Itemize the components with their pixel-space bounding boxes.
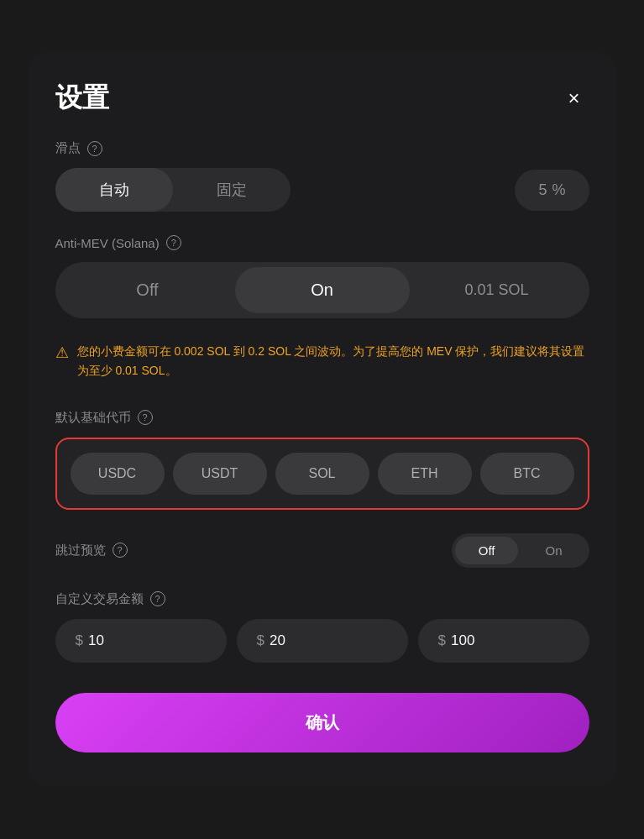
amount-value-2: 20 [270,632,285,649]
mev-warning-box: ⚠ 您的小费金额可在 0.002 SOL 到 0.2 SOL 之间波动。为了提高… [55,332,589,390]
trade-amount-label: 自定义交易金额 ? [55,591,589,607]
skip-preview-help-icon[interactable]: ? [113,543,128,558]
currency-eth-btn[interactable]: ETH [378,453,472,495]
dollar-sign-2: $ [257,632,264,649]
currency-grid: USDC USDT SOL ETH BTC [55,438,589,510]
anti-mev-help-icon[interactable]: ? [166,235,181,250]
close-button[interactable]: × [559,83,589,113]
base-currency-help-icon[interactable]: ? [138,410,153,425]
dollar-sign-1: $ [76,632,83,649]
settings-modal: 设置 × 滑点 ? 自动 固定 5 % Anti-MEV (Solana) ? … [29,53,616,786]
skip-preview-on-btn[interactable]: On [521,537,585,564]
skip-preview-off-btn[interactable]: Off [455,537,519,564]
confirm-button[interactable]: 确认 [55,693,589,752]
trade-amount-row: $ 10 $ 20 $ 100 [55,619,589,663]
amount-box-3[interactable]: $ 100 [418,619,589,663]
slippage-auto-btn[interactable]: 自动 [55,168,173,212]
slippage-label: 滑点 ? [55,140,589,156]
trade-amount-help-icon[interactable]: ? [150,591,165,606]
skip-preview-row: 跳过预览 ? Off On [55,533,589,568]
currency-sol-btn[interactable]: SOL [275,453,369,495]
trade-amount-section: 自定义交易金额 ? $ 10 $ 20 $ 100 [55,591,589,663]
slippage-value: 5 [538,181,547,199]
skip-preview-label: 跳过预览 ? [55,543,128,558]
amount-value-1: 10 [88,632,104,649]
mev-off-btn[interactable]: Off [60,267,235,313]
base-currency-section: 默认基础代币 ? USDC USDT SOL ETH BTC [55,410,589,510]
slippage-help-icon[interactable]: ? [87,141,102,156]
amount-value-3: 100 [451,632,474,649]
slippage-row: 自动 固定 5 % [55,168,589,212]
base-currency-label: 默认基础代币 ? [55,410,589,426]
slippage-value-box[interactable]: 5 % [515,170,589,211]
currency-btc-btn[interactable]: BTC [480,453,574,495]
mev-on-btn[interactable]: On [235,267,410,313]
dollar-sign-3: $ [438,632,446,649]
currency-usdc-btn[interactable]: USDC [71,453,165,495]
slippage-fixed-btn[interactable]: 固定 [173,168,291,212]
warning-text: 您的小费金额可在 0.002 SOL 到 0.2 SOL 之间波动。为了提高您的… [77,342,589,380]
currency-usdt-btn[interactable]: USDT [173,453,267,495]
slippage-unit: % [552,181,565,199]
amount-box-2[interactable]: $ 20 [237,619,408,663]
warning-icon: ⚠ [55,343,69,362]
modal-title: 设置 [55,80,109,117]
amount-box-1[interactable]: $ 10 [55,619,227,663]
anti-mev-row: Off On 0.01 SOL [55,262,589,318]
skip-preview-toggle-group: Off On [452,533,589,568]
mev-value-btn[interactable]: 0.01 SOL [410,268,584,312]
anti-mev-label: Anti-MEV (Solana) ? [55,235,589,250]
modal-header: 设置 × [55,80,589,117]
slippage-toggle-group: 自动 固定 [55,168,291,212]
